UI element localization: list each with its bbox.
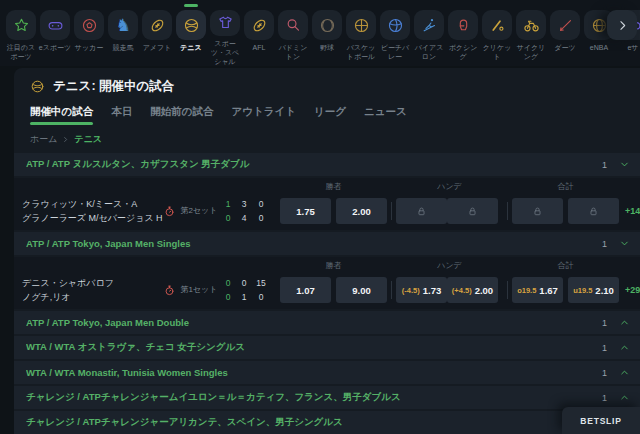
nav-item-basketball[interactable]: バスケットボール [344, 6, 378, 66]
odds-cell-locked [447, 198, 498, 224]
controller-icon [47, 17, 64, 34]
league-row[interactable]: WTA / WTA Monastir, Tunisia Women Single… [14, 361, 640, 384]
football-icon [251, 17, 268, 34]
match-count-badge: 1 [602, 160, 607, 170]
odds-handicap-label: (+4.5) [452, 286, 472, 295]
odds-cell[interactable]: 9.00 [336, 277, 387, 303]
odds-cell[interactable]: 1.75 [280, 198, 331, 224]
sport-icon-tile [6, 10, 36, 40]
sports-top-nav: 注目のスポーツeスポーツサッカー♞競走馬アメフトテニススポーツ・スペシャルAFL… [0, 0, 640, 66]
tab[interactable]: リーグ [314, 105, 346, 125]
tennis-ball-icon [30, 79, 45, 94]
match-row: クラウィッツ・K/ミース・Aグラノーラーズ M/セバージョス H第2セット130… [14, 192, 640, 230]
nav-item-boxing-glove[interactable]: ボクシング [446, 6, 480, 66]
odds-cell[interactable]: 1.07 [280, 277, 331, 303]
market-column-label: 合計 [512, 181, 619, 192]
tab[interactable]: 本日 [111, 105, 132, 125]
odds-group-divider [391, 281, 392, 299]
nav-item-controller[interactable]: eスポーツ [38, 6, 72, 66]
odds-cell[interactable]: (+4.5)2.00 [447, 277, 498, 303]
odds-group-divider [507, 202, 508, 220]
sport-icon-tile [244, 10, 274, 40]
nav-scroll-right-button[interactable] [607, 10, 637, 40]
more-markets-link[interactable]: +14 [625, 206, 640, 216]
chevron-down-icon [619, 238, 630, 249]
stopwatch-icon [164, 206, 175, 217]
score-value: 0 [252, 199, 270, 209]
nav-item-cricket[interactable]: クリケット [480, 6, 514, 66]
match-block: 勝者ハンデ合計クラウィッツ・K/ミース・Aグラノーラーズ M/セバージョス H第… [14, 178, 640, 230]
page-header: テニス: 開催中の試合 開催中の試合本日開始前の試合アウトライトリーグニュース … [14, 68, 640, 146]
odds-group-divider [507, 281, 508, 299]
live-indicator [164, 285, 180, 296]
odds-cell[interactable]: o19.51.67 [512, 277, 563, 303]
nav-item-label: ダーツ [554, 43, 575, 52]
nav-item-label: バスケットボール [344, 43, 378, 61]
match-players[interactable]: デニス・シャポバロフノグチ,リオ [22, 276, 164, 304]
chevron-right-icon [62, 136, 69, 143]
nav-item-soccer[interactable]: サッカー [72, 6, 106, 66]
player-name: クラウィッツ・K/ミース・A [22, 197, 164, 211]
nav-item-baseball[interactable]: 野球 [310, 6, 344, 66]
match-players[interactable]: クラウィッツ・K/ミース・Aグラノーラーズ M/セバージョス H [22, 197, 164, 225]
sport-icon-tile [74, 10, 104, 40]
market-column-label: 勝者 [280, 181, 387, 192]
league-row[interactable]: チャレンジ / ATPチャレンジャーアリカンテ、スペイン、男子シングルス2 [14, 411, 640, 434]
nav-item-label: ボクシング [446, 43, 480, 61]
tennis-ball-icon [30, 79, 45, 94]
market-column-label: 勝者 [280, 260, 387, 271]
cricket-icon [489, 17, 506, 34]
odds-cell[interactable]: (-4.5)1.73 [396, 277, 447, 303]
more-markets-link[interactable]: +29 [625, 285, 640, 295]
current-set-label: 第1セット [180, 285, 218, 295]
nav-item-tennis-ball[interactable]: テニス [174, 6, 208, 66]
match-count-badge: 1 [602, 368, 607, 378]
league-row[interactable]: ATP / ATP Tokyo, Japan Men Double1 [14, 311, 640, 334]
nav-item-racket[interactable]: バドミントン [276, 6, 310, 66]
football-icon [149, 17, 166, 34]
league-row[interactable]: ATP / ATP Tokyo, Japan Men Singles1 [14, 232, 640, 255]
nav-item-label: 注目のスポーツ [4, 43, 38, 61]
nav-item-volleyball[interactable]: ビーチバレー [378, 6, 412, 66]
nav-item-label: クリケット [480, 43, 514, 61]
sport-icon-tile [346, 10, 376, 40]
odds-cell[interactable]: u19.52.10 [568, 277, 619, 303]
match-count-badge: 1 [602, 318, 607, 328]
nav-item-bike[interactable]: サイクリング [514, 6, 548, 66]
sport-icon-tile [516, 10, 546, 40]
boxing-glove-icon [455, 17, 472, 34]
nav-item-star[interactable]: 注目のスポーツ [4, 6, 38, 66]
tab[interactable]: 開催中の試合 [30, 105, 93, 125]
league-row[interactable]: ATP / ATP ヌルスルタン、カザフスタン 男子ダブル1 [14, 153, 640, 176]
score-value: 4 [236, 213, 252, 223]
tab[interactable]: アウトライト [232, 105, 296, 125]
score-value: 1 [236, 292, 252, 302]
score-value: 0 [220, 278, 236, 288]
odds-handicap-label: (-4.5) [402, 286, 420, 295]
league-row[interactable]: WTA / WTA オストラヴァ、チェコ 女子シングルス1 [14, 336, 640, 359]
nav-item-skier[interactable]: バイアスロン [412, 6, 446, 66]
player-name: デニス・シャポバロフ [22, 276, 164, 290]
nav-item-football[interactable]: AFL [242, 6, 276, 66]
nav-item-jersey[interactable]: スポーツ・スペシャル [208, 6, 242, 66]
league-row[interactable]: チャレンジ / ATPチャレンジャームイユロン＝ル＝カティフ、フランス、男子ダブ… [14, 386, 640, 409]
market-column-headers: 勝者ハンデ合計 [14, 178, 640, 192]
breadcrumb-home-link[interactable]: ホーム [30, 133, 57, 146]
nav-item-football[interactable]: アメフト [140, 6, 174, 66]
odds-cell[interactable]: 2.00 [336, 198, 387, 224]
score-value: 0 [252, 213, 270, 223]
tennis-ball-icon [183, 17, 200, 34]
page-title: テニス: 開催中の試合 [53, 78, 174, 95]
soccer-icon [81, 17, 98, 34]
betslip-button[interactable]: BETSLIP [562, 407, 640, 434]
tab[interactable]: 開始前の試合 [150, 105, 213, 125]
match-block: 勝者ハンデ合計デニス・シャポバロフノグチ,リオ第1セット00150101.079… [14, 257, 640, 309]
nav-item-horse[interactable]: ♞競走馬 [106, 6, 140, 66]
stopwatch-icon [164, 285, 175, 296]
nav-item-dart[interactable]: ダーツ [548, 6, 582, 66]
score-value: 1 [220, 199, 236, 209]
odds-value: 2.00 [352, 206, 371, 217]
league-name: WTA / WTA オストラヴァ、チェコ 女子シングルス [26, 341, 602, 354]
tab[interactable]: ニュース [364, 105, 407, 125]
odds-cell-locked [512, 198, 563, 224]
